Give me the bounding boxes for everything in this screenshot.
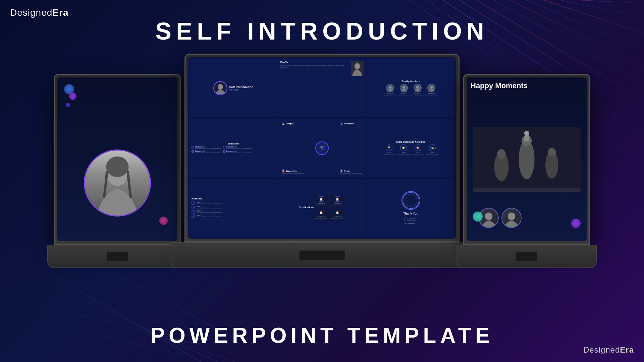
slide-thank-you: Thank You ✉ name@email.com 📞 303 456 100… bbox=[367, 179, 454, 237]
hobby-check-1: ✓ bbox=[192, 201, 195, 205]
svg-point-28 bbox=[403, 192, 419, 208]
extra-icons: 🏆 Text #1 Lorem ipsum dolor sit amet. ⭐ … bbox=[383, 144, 439, 155]
family-avatar-2 bbox=[400, 84, 408, 92]
svg-line-6 bbox=[543, 0, 644, 34]
cert-icon-4: 📋 bbox=[335, 210, 340, 215]
laptop-left bbox=[54, 74, 181, 268]
swot-weaknesses: ⚡ Weaknesses Lorem ipsum dolor sit amet … bbox=[340, 122, 363, 127]
family-member-2: Member #2 Lorem ipsum dolor sit amet. bbox=[398, 84, 410, 96]
swot-threats: ⚠ Threats Lorem ipsum dolor sit amet con… bbox=[340, 169, 363, 174]
svg-point-23 bbox=[355, 63, 360, 69]
svg-point-27 bbox=[430, 85, 433, 88]
left-deco-orbs bbox=[64, 84, 76, 107]
person-circle bbox=[84, 149, 151, 217]
hobby-4: ✓ Hobby #4 Lorem ipsum dolor sit amet, c… bbox=[192, 215, 223, 218]
swot-strengths: 💪 Strengths Lorem ipsum dolor sit amet c… bbox=[282, 122, 305, 127]
orb-purple bbox=[69, 93, 76, 100]
slide-hobbies: Hobbies ✓ Hobby #1 Lorem ipsum dolor sit… bbox=[190, 179, 277, 237]
right-screen: Happy Moments bbox=[467, 77, 587, 241]
cert-icon-2: 📋 bbox=[335, 196, 340, 202]
thank-you-contact: ✉ name@email.com 📞 303 456 1000 📍 Your A bbox=[404, 217, 417, 225]
laptop-center: Self Introduction Your Name Profile Lore… bbox=[184, 54, 460, 268]
slide-swot: SWOT Analysis 💪 Strengths Lorem ipsum do… bbox=[278, 119, 366, 177]
location-icon: 📍 bbox=[404, 223, 406, 225]
family-member-3: Member #3 Lorem ipsum dolor sit amet. bbox=[412, 84, 424, 96]
phone-icon: 📞 bbox=[404, 220, 406, 223]
svg-point-25 bbox=[402, 85, 406, 88]
hobby-2: ✓ Hobby #2 Lorem ipsum dolor sit amet, c… bbox=[192, 206, 223, 209]
hobby-1: ✓ Hobby #1 Lorem ipsum dolor sit amet, c… bbox=[192, 201, 223, 205]
hobby-check-4: ✓ bbox=[192, 215, 195, 218]
logo-top-left: DesignedEra bbox=[10, 7, 68, 18]
edu-item-3: Education #3 Lorem ipsum dolor sit amet,… bbox=[192, 150, 222, 154]
family-avatar-1 bbox=[386, 84, 394, 92]
cert-icon-3: 📋 bbox=[319, 210, 324, 215]
family-member-4: Member #4 Lorem ipsum dolor sit amet. bbox=[425, 84, 438, 96]
cert-4: 📋 Certificate #4 Lorem ipsum dolor sit a… bbox=[330, 208, 345, 221]
extra-item-2: ⭐ Text #2 Lorem ipsum dolor sit amet. bbox=[397, 144, 410, 155]
extra-item-3: 🎨 Text #3 Lorem ipsum dolor sit amet. bbox=[412, 144, 424, 155]
extra-item-1: 🏆 Text #1 Lorem ipsum dolor sit amet. bbox=[383, 144, 395, 155]
svg-point-38 bbox=[485, 213, 492, 220]
thank-you-circle bbox=[401, 191, 420, 210]
edu-item-4: Education #4 Lorem ipsum dolor sit amet,… bbox=[223, 150, 253, 154]
contact-address: 📍 Your Address bbox=[404, 223, 417, 225]
laptop-right: Happy Moments bbox=[463, 74, 590, 268]
intro-text: Self Introduction Your Name bbox=[229, 85, 254, 91]
contact-email: ✉ name@email.com bbox=[404, 217, 417, 220]
main-title: SELF INTRODUCTION bbox=[155, 17, 489, 45]
left-screen bbox=[57, 77, 177, 241]
slide-education: Education Education #1 Lorem ipsum dolor… bbox=[190, 119, 277, 177]
happy-small-circles bbox=[479, 208, 522, 228]
extra-circle-4: 🎭 bbox=[429, 144, 436, 151]
svg-point-19 bbox=[106, 157, 128, 177]
edu-item-2: Education #2 Lorem ipsum dolor sit amet,… bbox=[223, 146, 253, 149]
family-member-1: Member #1 Lorem ipsum dolor sit amet. bbox=[384, 84, 396, 96]
hobby-check-2: ✓ bbox=[192, 206, 195, 209]
swot-threats-icon: ⚠ bbox=[340, 169, 343, 173]
cert-icon-1: 📋 bbox=[319, 196, 324, 202]
slide-certifications: Certifications 📋 Certificate #1 Lorem ip… bbox=[278, 179, 366, 237]
orb-small bbox=[66, 103, 70, 107]
svg-point-36 bbox=[548, 148, 556, 157]
family-avatar-4 bbox=[427, 84, 435, 92]
email-icon: ✉ bbox=[404, 217, 406, 220]
right-orb-teal bbox=[473, 212, 483, 222]
family-avatar-3 bbox=[414, 84, 422, 92]
family-members-list: Member #1 Lorem ipsum dolor sit amet. Me… bbox=[384, 84, 438, 96]
slide-profile: Profile Lorem ipsum dolor sit amet, cons… bbox=[278, 59, 366, 117]
extra-circle-1: 🏆 bbox=[386, 144, 392, 151]
happy-circle-2 bbox=[501, 208, 522, 228]
devices-container: Self Introduction Your Name Profile Lore… bbox=[54, 54, 590, 288]
right-orb-purple bbox=[571, 219, 581, 228]
svg-point-37 bbox=[524, 130, 529, 135]
svg-point-39 bbox=[508, 213, 515, 220]
profile-img bbox=[351, 61, 364, 76]
svg-line-5 bbox=[527, 0, 644, 50]
edu-item-1: Education #1 Lorem ipsum dolor sit amet,… bbox=[192, 146, 222, 149]
cert-1: 📋 Certificate #1 Lorem ipsum dolor sit a… bbox=[314, 195, 329, 207]
svg-point-32 bbox=[497, 149, 506, 159]
swot-strengths-icon: 💪 bbox=[282, 122, 285, 125]
swot-weaknesses-icon: ⚡ bbox=[340, 122, 343, 125]
svg-point-24 bbox=[389, 85, 392, 88]
bottom-title: POWERPOINT TEMPLATE bbox=[150, 323, 493, 348]
extra-circle-3: 🎨 bbox=[415, 144, 421, 151]
swot-opportunities: 🎯 Opportunities Lorem ipsum dolor sit am… bbox=[282, 169, 305, 174]
slide-family: Family Members Member #1 Lorem ipsum dol… bbox=[367, 59, 454, 117]
edu-nodes: Education #1 Lorem ipsum dolor sit amet,… bbox=[192, 146, 275, 154]
swot-opportunities-icon: 🎯 bbox=[282, 169, 285, 173]
profile-text: Profile Lorem ipsum dolor sit amet, cons… bbox=[280, 61, 349, 68]
extra-item-4: 🎭 Text #4 Lorem ipsum dolor sit amet. bbox=[426, 144, 439, 155]
contact-phone: 📞 303 456 1000 bbox=[404, 220, 417, 223]
cert-3: 📋 Certificate #3 Lorem ipsum dolor sit a… bbox=[314, 208, 329, 221]
swot-center: SWOT Analysis bbox=[315, 141, 329, 155]
bottom-orb bbox=[159, 217, 168, 225]
slide-self-intro: Self Introduction Your Name bbox=[190, 59, 277, 117]
slide-grid: Self Introduction Your Name Profile Lore… bbox=[188, 57, 456, 239]
cert-2: 📋 Certificate #2 Lorem ipsum dolor sit a… bbox=[330, 195, 345, 207]
svg-point-29 bbox=[405, 194, 417, 206]
happy-moments-title: Happy Moments bbox=[471, 81, 583, 90]
cert-grid: 📋 Certificate #1 Lorem ipsum dolor sit a… bbox=[314, 195, 345, 221]
logo-bottom-right: DesignedEra bbox=[583, 345, 634, 355]
